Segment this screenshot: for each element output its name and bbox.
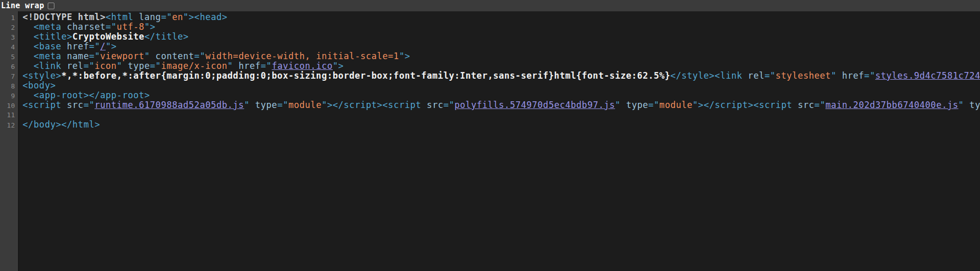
code-text: <!DOCTYPE html><html lang="en"><head>	[18, 12, 980, 22]
code-text: <base href="/">	[18, 42, 980, 51]
token-val: width=device-width, initial-scale=1	[205, 51, 399, 61]
token-tag: "	[615, 100, 626, 110]
line-number: 7	[0, 71, 18, 81]
code-line: 7<style>*,*:before,*:after{margin:0;padd…	[0, 71, 980, 81]
code-line: 12</body></html>	[0, 120, 980, 130]
line-number: 5	[0, 52, 18, 62]
token-tag: <body>	[23, 81, 56, 91]
token-txt: CryptoWebsite	[72, 32, 144, 42]
token-tag: ">	[333, 61, 344, 71]
token-attr: lang	[139, 12, 161, 22]
code-line: 2 <meta charset="utf-8">	[0, 22, 980, 32]
source-lines: 1<!DOCTYPE html><html lang="en"><head>2 …	[0, 11, 980, 130]
code-line: 9 <app-root></app-root>	[0, 91, 980, 100]
token-attr: ty	[969, 100, 980, 110]
line-number: 12	[0, 120, 18, 130]
source-link[interactable]: favicon.ico	[272, 61, 333, 71]
token-tag: <app-root></app-root>	[23, 91, 150, 100]
token-attr: src	[798, 100, 814, 110]
token-attr: content	[156, 51, 195, 61]
token-tag: ="	[444, 100, 455, 110]
source-link[interactable]: styles.9d4c7581c724	[875, 71, 980, 81]
token-tag: </style><link	[670, 71, 748, 81]
line-number: 11	[0, 110, 18, 120]
token-tag: <meta	[23, 51, 67, 61]
token-tag: "><head>	[183, 12, 227, 22]
line-number: 4	[0, 42, 18, 52]
token-tag: "></script><script	[321, 100, 427, 110]
line-number: 1	[0, 13, 18, 23]
line-number: 2	[0, 23, 18, 32]
line-number: 10	[0, 101, 18, 111]
token-val: stylesheet	[776, 71, 831, 81]
line-wrap-label-text: Line wrap	[1, 1, 44, 10]
code-line: 3 <title>CryptoWebsite</title>	[0, 32, 980, 42]
token-attr: type	[128, 61, 150, 71]
token-attr: src	[427, 100, 443, 110]
token-tag: <html	[106, 12, 139, 22]
token-attr: type	[626, 100, 648, 110]
code-line: 11	[0, 110, 980, 120]
code-text: <title>CryptoWebsite</title>	[18, 32, 980, 42]
source-link[interactable]: /	[100, 42, 106, 51]
token-txt: *,*:before,*:after{margin:0;padding:0;bo…	[62, 71, 670, 81]
code-text: <body>	[18, 81, 980, 91]
code-line: 5 <meta name="viewport" content="width=d…	[0, 51, 980, 61]
token-tag: ="	[150, 61, 161, 71]
token-tag: "></script><script	[693, 100, 798, 110]
token-tag: "	[227, 61, 239, 71]
token-tag: <style>	[23, 71, 62, 81]
token-tag: ="	[84, 61, 95, 71]
token-tag: ="	[764, 71, 776, 81]
line-wrap-checkbox[interactable]	[48, 3, 54, 9]
token-tag: ="	[106, 22, 117, 32]
source-link[interactable]: polyfills.574970d5ec4bdb97.js	[454, 100, 615, 110]
code-line: 10<script src="runtime.6170988ad52a05db.…	[0, 100, 980, 110]
token-val: module	[289, 100, 322, 110]
view-source-page: { "toolbar": { "line_wrap_label": "Line …	[0, 0, 980, 271]
token-tag: ="	[864, 71, 875, 81]
line-wrap-label[interactable]: Line wrap	[1, 1, 54, 10]
token-tag: <script	[23, 100, 67, 110]
token-val: module	[659, 100, 693, 110]
token-tag: ">	[144, 22, 156, 32]
code-text: <meta charset="utf-8">	[18, 22, 980, 32]
token-tag: ="	[89, 42, 100, 51]
token-tag: "	[958, 100, 970, 110]
token-val: en	[172, 12, 183, 22]
token-tag: ">	[399, 51, 410, 61]
token-val: icon	[94, 61, 117, 71]
token-attr: type	[255, 100, 277, 110]
token-attr: rel	[748, 71, 764, 81]
source-link[interactable]: runtime.6170988ad52a05db.js	[94, 100, 244, 110]
line-number: 6	[0, 62, 18, 71]
token-attr: href	[67, 42, 89, 51]
source-link[interactable]: main.202d37bb6740400e.js	[825, 100, 958, 110]
code-line: 4 <base href="/">	[0, 42, 980, 51]
token-tag: <meta	[23, 22, 67, 32]
line-wrap-toolbar: Line wrap	[0, 0, 980, 11]
token-tag: ="	[84, 100, 95, 110]
token-tag: <base	[23, 42, 67, 51]
code-text: <meta name="viewport" content="width=dev…	[18, 51, 980, 61]
token-tag: "	[144, 51, 156, 61]
token-val: image/x-icon	[161, 61, 227, 71]
token-tag: ="	[814, 100, 825, 110]
code-text: <script src="runtime.6170988ad52a05db.js…	[18, 100, 980, 110]
token-tag: "	[117, 61, 128, 71]
token-tag: <title>	[23, 32, 72, 42]
token-tag: </body></html>	[23, 120, 100, 130]
token-tag: </title>	[144, 32, 188, 42]
token-tag: "	[244, 100, 255, 110]
token-attr: charset	[67, 22, 106, 32]
token-tag: ="	[261, 61, 272, 71]
code-text: <app-root></app-root>	[18, 91, 980, 100]
code-line: 8<body>	[0, 81, 980, 91]
token-tag: <link	[23, 61, 67, 71]
token-tag: "	[831, 71, 842, 81]
token-val: viewport	[100, 51, 144, 61]
code-line: 1<!DOCTYPE html><html lang="en"><head>	[0, 12, 980, 22]
code-text: </body></html>	[18, 120, 980, 130]
token-tag: ="	[648, 100, 660, 110]
code-text: <link rel="icon" type="image/x-icon" hre…	[18, 61, 980, 71]
